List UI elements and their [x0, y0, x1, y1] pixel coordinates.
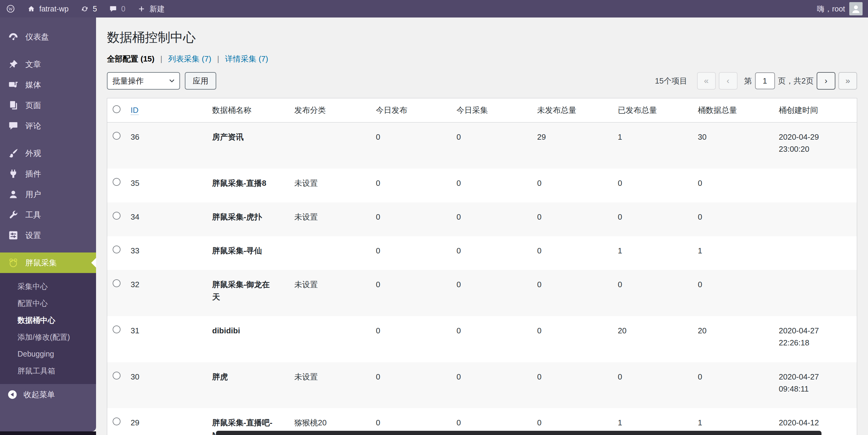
sidebar-item-dashboard[interactable]: 仪表盘: [0, 27, 96, 47]
submenu-item-config-center[interactable]: 配置中心: [0, 295, 96, 312]
page-prefix: 第: [744, 76, 752, 86]
next-page-button[interactable]: ›: [817, 72, 835, 90]
cell-published-total: 0: [613, 362, 693, 408]
col-header-published-total: 已发布总量: [613, 98, 693, 123]
row-checkbox[interactable]: [113, 212, 121, 220]
cell-id: 33: [126, 236, 208, 270]
table-row: 36 房产资讯 0 0 29 1 30 2020-04-29 23:00:20: [107, 123, 857, 169]
select-all-checkbox[interactable]: [113, 105, 121, 113]
cell-id: 36: [126, 123, 208, 169]
table-row: 32 胖鼠采集-御龙在天 未设置 0 0 0 0 0: [107, 270, 857, 316]
prev-page-button[interactable]: ‹: [719, 72, 738, 90]
updates-icon: [81, 5, 89, 13]
cell-today-published: 0: [371, 316, 452, 362]
media-icon: [8, 79, 19, 90]
filter-detail-collect[interactable]: 详情采集 (7): [225, 54, 268, 63]
sidebar-label: 工具: [25, 210, 41, 220]
sidebar-item-settings[interactable]: 设置: [0, 225, 96, 245]
submenu-item-fatrat-toolbox[interactable]: 胖鼠工具箱: [0, 362, 96, 379]
new-content-menu[interactable]: 新建: [131, 0, 170, 18]
cell-today-collected: 0: [452, 270, 532, 316]
col-header-publish-category: 发布分类: [290, 98, 371, 123]
sort-by-id-link[interactable]: ID: [131, 106, 138, 115]
cell-created: [774, 169, 857, 202]
updates-indicator[interactable]: 5: [74, 0, 103, 18]
sidebar-label: 外观: [25, 148, 41, 159]
submenu-item-bucket-center[interactable]: 数据桶中心: [0, 312, 96, 329]
page-suffix: 页，共2页: [778, 76, 814, 86]
filter-separator: |: [214, 54, 223, 63]
pages-icon: [8, 100, 19, 111]
sidebar-label: 仪表盘: [25, 32, 49, 42]
bulk-action-select[interactable]: 批量操作: [107, 72, 180, 90]
menu-separator: [0, 47, 96, 54]
first-page-button[interactable]: «: [697, 72, 716, 90]
sidebar-item-media[interactable]: 媒体: [0, 74, 96, 95]
collapse-menu-button[interactable]: 收起菜单: [0, 384, 96, 405]
row-checkbox[interactable]: [113, 279, 121, 287]
cell-bucket-total: 0: [693, 169, 774, 202]
row-checkbox[interactable]: [113, 245, 121, 254]
sidebar-item-comments[interactable]: 评论: [0, 115, 96, 136]
menu-separator: [0, 136, 96, 143]
cell-bucket-name: 胖虎: [208, 362, 290, 408]
wordpress-logo-menu[interactable]: W: [0, 0, 21, 18]
cell-bucket-name: 胖鼠采集-直播8: [208, 169, 290, 202]
last-page-button[interactable]: »: [838, 72, 857, 90]
sidebar-item-posts[interactable]: 文章: [0, 54, 96, 74]
apply-button[interactable]: 应用: [185, 72, 216, 90]
cell-created: [774, 236, 857, 270]
cell-bucket-total: 0: [693, 362, 774, 408]
submenu-item-add-modify-config[interactable]: 添加/修改(配置): [0, 329, 96, 345]
comments-indicator[interactable]: 0: [103, 0, 131, 18]
row-checkbox[interactable]: [113, 178, 121, 186]
comment-bubble-icon: [109, 5, 117, 13]
sidebar-label: 评论: [25, 121, 41, 131]
cell-unpublished-total: 0: [532, 169, 613, 202]
menu-separator: [0, 245, 96, 253]
cell-unpublished-total: 0: [532, 362, 613, 408]
row-checkbox[interactable]: [113, 132, 121, 140]
cell-category: [290, 123, 371, 169]
cell-category: [290, 316, 371, 362]
cell-published-total: 0: [613, 202, 693, 236]
table-row: 33 胖鼠采集-寻仙 0 0 0 1 1: [107, 236, 857, 270]
sidebar-item-tools[interactable]: 工具: [0, 204, 96, 225]
sidebar-item-users[interactable]: 用户: [0, 184, 96, 204]
submenu-item-collect-center[interactable]: 采集中心: [0, 278, 96, 295]
sliders-icon: [8, 230, 19, 241]
current-page-input[interactable]: [755, 72, 775, 89]
cell-id: 35: [126, 169, 208, 202]
table-header-row: ID 数据桶名称 发布分类 今日发布 今日采集 未发布总量 已发布总量 桶数据总…: [107, 98, 857, 123]
pagination: 15个项目 « ‹ 第 页，共2页 › »: [655, 72, 857, 90]
col-header-bucket-name: 数据桶名称: [208, 98, 290, 123]
filter-list-collect[interactable]: 列表采集 (7): [168, 54, 211, 63]
person-icon: [850, 3, 862, 14]
cell-category: 未设置: [290, 362, 371, 408]
wordpress-logo-icon: W: [6, 4, 15, 13]
table-row: 31 dibidibi 0 0 0 20 20 2020-04-27 22:26…: [107, 316, 857, 362]
rat-icon: [8, 257, 19, 268]
site-link[interactable]: fatrat-wp: [21, 0, 74, 18]
sidebar-item-pages[interactable]: 页面: [0, 95, 96, 115]
cell-today-collected: 0: [452, 169, 532, 202]
row-checkbox[interactable]: [113, 417, 121, 425]
cell-category: 未设置: [290, 202, 371, 236]
collapse-arrow-icon: [7, 390, 18, 400]
comment-count: 0: [121, 4, 125, 13]
filter-all-configs[interactable]: 全部配置 (15): [107, 54, 154, 63]
sidebar-label: 文章: [25, 59, 41, 70]
sidebar-item-plugins[interactable]: 插件: [0, 164, 96, 184]
sidebar-item-fatrat-collect[interactable]: 胖鼠采集: [0, 253, 96, 273]
row-checkbox[interactable]: [113, 326, 121, 333]
col-header-created-time: 桶创建时间: [774, 98, 857, 123]
sidebar-label: 页面: [25, 100, 41, 111]
cell-published-total: 0: [613, 270, 693, 316]
page-title: 数据桶控制中心: [107, 29, 857, 46]
submenu-item-debugging[interactable]: Debugging: [0, 345, 96, 362]
bottom-dark-bar: [216, 431, 822, 435]
row-checkbox[interactable]: [113, 372, 121, 379]
sidebar-item-appearance[interactable]: 外观: [0, 143, 96, 164]
cell-published-total: 20: [613, 316, 693, 362]
account-menu[interactable]: 嗨，root: [817, 2, 868, 15]
